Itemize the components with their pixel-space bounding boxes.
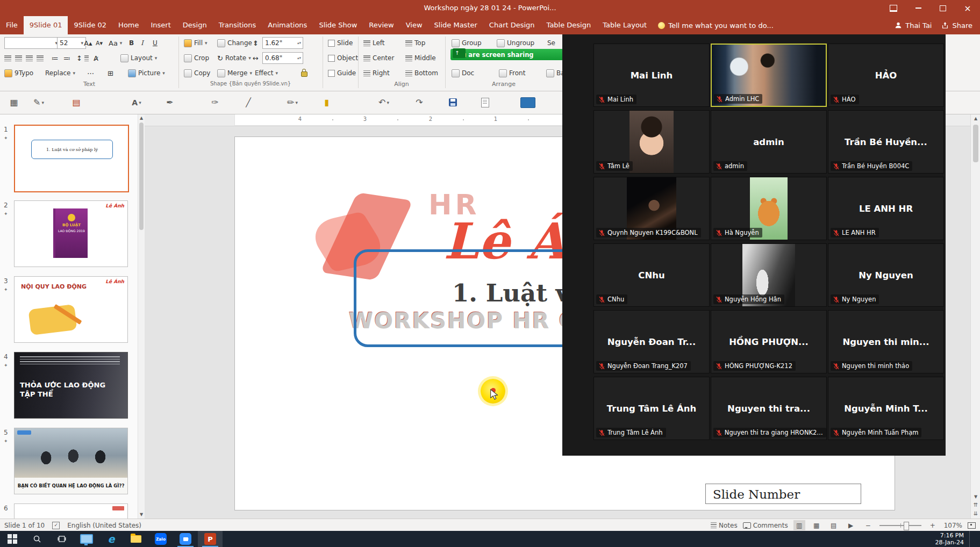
- slide-number-placeholder[interactable]: Slide Number: [705, 484, 861, 504]
- notes-button[interactable]: Notes: [711, 522, 738, 529]
- participant-tile[interactable]: Tâm Lê: [593, 110, 710, 174]
- slide-thumbnail-1[interactable]: 1. Luật và cơ sở pháp lý: [14, 125, 129, 192]
- shape-width-input[interactable]: 0.68": [262, 52, 303, 64]
- minimize-button[interactable]: [906, 0, 931, 16]
- previous-slide-button[interactable]: ⇈: [971, 502, 980, 508]
- tab-animations[interactable]: Animations: [262, 16, 313, 34]
- tab-table-layout[interactable]: Table Layout: [597, 16, 653, 34]
- clear-format-button[interactable]: A̷: [94, 52, 98, 64]
- grid-tool-button[interactable]: ⊞: [108, 67, 113, 79]
- spellcheck-icon[interactable]: ✓: [52, 522, 60, 529]
- thumbnail-scrollbar[interactable]: ▲ ▼: [138, 114, 145, 519]
- participant-tile[interactable]: Nguyễn Đoan Tr...Nguyễn Đoan Trang_K207: [593, 310, 710, 373]
- participant-tile[interactable]: Quynh Nguyen K199C&BONL: [593, 177, 710, 240]
- redo-icon[interactable]: ↷: [412, 95, 427, 110]
- align-top-button[interactable]: Top: [405, 37, 425, 49]
- change-shape-button[interactable]: Change▾: [217, 37, 256, 49]
- participant-tile[interactable]: LE ANH HRLE ANH HR: [828, 177, 944, 240]
- align-left-text-button[interactable]: [4, 52, 11, 64]
- tab-insert[interactable]: Insert: [145, 16, 177, 34]
- tab-table-design[interactable]: Table Design: [541, 16, 597, 34]
- layout-button[interactable]: Layout▾: [120, 52, 157, 64]
- participant-tile[interactable]: Nguyen thi tra...Nguyen thi tra giang HR…: [711, 377, 827, 440]
- participant-tile[interactable]: Nguyễn Hồng Hân: [711, 243, 827, 307]
- scroll-down-icon[interactable]: ▼: [971, 494, 980, 499]
- tab-home[interactable]: Home: [112, 16, 145, 34]
- slide-layout-icon[interactable]: ▤: [69, 95, 84, 110]
- slide-toggle[interactable]: Slide: [328, 37, 353, 49]
- tab-transitions[interactable]: Transitions: [213, 16, 262, 34]
- participant-tile[interactable]: HẢOHẢO: [828, 44, 944, 107]
- slide-sorter-view-button[interactable]: ▦: [811, 520, 822, 530]
- align-bottom-button[interactable]: Bottom: [405, 67, 438, 79]
- ungroup-button[interactable]: Ungroup: [497, 37, 534, 49]
- next-slide-button[interactable]: ⇊: [971, 510, 980, 516]
- taskbar-clock[interactable]: 7:16 PM 28-Jan-24: [935, 532, 964, 546]
- participant-tile[interactable]: Trần Bé Huyền...Trần Bé Huyền B004C: [828, 110, 944, 174]
- edge-button[interactable]: e: [99, 531, 124, 547]
- guide-toggle[interactable]: Guide: [328, 67, 356, 79]
- participant-tile[interactable]: adminadmin: [711, 110, 827, 174]
- doc-button[interactable]: Doc: [452, 67, 474, 79]
- search-button[interactable]: [25, 531, 49, 547]
- media-app-button[interactable]: [74, 531, 99, 547]
- zoom-percent-label[interactable]: 107%: [944, 522, 962, 529]
- tab-review[interactable]: Review: [363, 16, 399, 34]
- document-icon[interactable]: [477, 95, 492, 110]
- scroll-up-icon[interactable]: ▲: [971, 116, 980, 121]
- show-desktop-button[interactable]: [969, 531, 972, 547]
- comments-button[interactable]: Comments: [743, 522, 788, 529]
- participant-tile[interactable]: Admin LHC: [711, 44, 827, 107]
- group-button[interactable]: Group: [452, 37, 482, 49]
- pen-icon[interactable]: ✒: [162, 95, 177, 110]
- task-view-button[interactable]: [49, 531, 74, 547]
- 9typo-button[interactable]: 9Typo: [4, 67, 33, 79]
- language-label[interactable]: English (United States): [67, 522, 141, 529]
- slide-thumbnail-4[interactable]: THỎA ƯỚC LAO ĐỘNG TẬP THỂ: [14, 352, 128, 419]
- effect-button[interactable]: Effect▾: [255, 67, 278, 79]
- highlighter-icon[interactable]: ▮: [319, 95, 334, 110]
- participant-tile[interactable]: Hà Nguyễn: [711, 177, 827, 240]
- grow-font-button[interactable]: A▴: [84, 37, 92, 49]
- fill-swatch-icon[interactable]: [520, 95, 535, 110]
- table-grid-icon[interactable]: ▦: [6, 95, 22, 110]
- zalo-button[interactable]: Zalo: [148, 531, 173, 547]
- scroll-down-icon[interactable]: ▼: [138, 512, 145, 517]
- tab-slide-master[interactable]: Slide Master: [428, 16, 483, 34]
- fit-to-window-icon[interactable]: [968, 522, 976, 529]
- change-case-button[interactable]: Aa▾: [109, 37, 122, 49]
- copy-button[interactable]: Copy: [184, 67, 210, 79]
- save-icon[interactable]: [445, 95, 460, 110]
- zoom-in-button[interactable]: +: [927, 520, 939, 530]
- rotate-button[interactable]: ↻Rotate▾: [217, 52, 251, 64]
- participant-tile[interactable]: Nguyen thi min...Nguyen thi minh thảo: [828, 310, 944, 373]
- tab-9slide-01[interactable]: 9Slide 01: [24, 16, 68, 34]
- font-tool-icon[interactable]: A▾: [129, 95, 144, 110]
- zoom-app-button[interactable]: [173, 531, 198, 547]
- participant-tile[interactable]: Mai LinhMai Linh: [593, 44, 710, 107]
- screen-sharing-banner[interactable]: ↑ You are screen sharing: [450, 49, 568, 60]
- vertical-scrollbar[interactable]: ▲ ▼ ⇈ ⇊: [970, 114, 980, 519]
- crop-button[interactable]: Crop: [184, 52, 209, 64]
- tab-design[interactable]: Design: [177, 16, 213, 34]
- align-center-button[interactable]: Center: [363, 52, 394, 64]
- tab-file[interactable]: File: [0, 16, 24, 34]
- participant-tile[interactable]: Nguyễn Minh T...Nguyễn Minh Tuấn Phạm: [828, 377, 944, 440]
- share-button[interactable]: Share: [941, 21, 972, 30]
- align-right-button[interactable]: Right: [363, 67, 390, 79]
- bullets-button[interactable]: ≔: [52, 52, 59, 64]
- tab-slide-show[interactable]: Slide Show: [313, 16, 363, 34]
- replace-button[interactable]: Replace▾: [45, 67, 75, 79]
- participant-tile[interactable]: Trung Tâm Lê ÁnhTrung Tâm Lê Ánh: [593, 377, 710, 440]
- scrollbar-thumb[interactable]: [973, 125, 978, 162]
- tab-view[interactable]: View: [400, 16, 428, 34]
- powerpoint-button[interactable]: P: [198, 531, 223, 547]
- reading-view-button[interactable]: ▤: [828, 520, 840, 530]
- slideshow-view-button[interactable]: ▶: [845, 520, 857, 530]
- align-center-text-button[interactable]: [15, 52, 22, 64]
- zoom-out-button[interactable]: −: [862, 520, 874, 530]
- tab-chart-design[interactable]: Chart Design: [483, 16, 541, 34]
- picture-button[interactable]: Picture▾: [128, 67, 165, 79]
- brush-icon[interactable]: ✑: [208, 95, 223, 110]
- file-explorer-button[interactable]: [124, 531, 148, 547]
